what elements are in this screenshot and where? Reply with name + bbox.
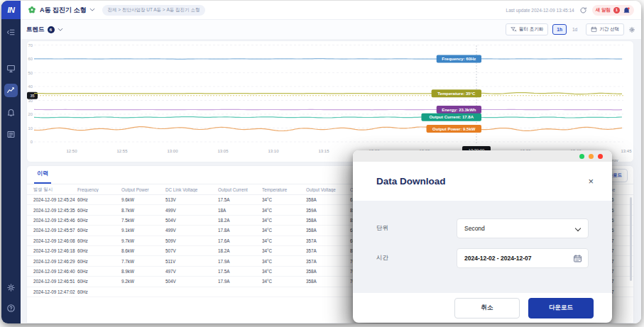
table-cell: 34°C [262, 218, 306, 223]
table-cell: 2024-12-09 12:46:40 [33, 269, 77, 274]
column-header[interactable]: Temperature [262, 187, 306, 192]
column-header[interactable]: 발생 일시 [33, 187, 77, 193]
svg-text:13:05: 13:05 [217, 149, 229, 153]
notification-pill[interactable]: 새 알림 1 [592, 5, 634, 16]
select-chevron-down-icon [575, 226, 581, 231]
top-header: A동 집진기 소형 전체 > 천안사업장 UT A동 > A동 집진기 소형 L… [21, 1, 641, 20]
table-cell: 34°C [262, 269, 306, 274]
table-cell: 17.9A [218, 279, 262, 284]
table-cell: 504V [165, 218, 218, 223]
time-label: 시간 [376, 254, 457, 262]
table-cell: 2024-12-09 12:46:18 [33, 248, 77, 253]
table-cell: 34°C [262, 238, 306, 243]
close-icon[interactable]: × [588, 177, 594, 186]
trend-chart[interactable]: 01020304050607035Frequency: 60HzTemperat… [27, 41, 633, 162]
trend-toolbar: 트렌드 6 필터 초기화 1h 1d 기간 선택 [21, 20, 641, 39]
svg-text:Energy: 23.3kWh: Energy: 23.3kWh [442, 108, 476, 112]
table-cell: 17.9A [218, 259, 262, 264]
trend-chevron-down-icon[interactable] [58, 28, 63, 32]
column-header[interactable]: Frequency [77, 187, 121, 192]
range-1h-button[interactable]: 1h [552, 24, 567, 35]
svg-text:13:10: 13:10 [268, 149, 279, 153]
table-cell: 9.1kW [121, 228, 165, 233]
window-dot-green[interactable] [579, 154, 584, 159]
table-cell: 2024-12-09 12:45:24 [33, 197, 77, 202]
monitor-icon[interactable] [4, 62, 18, 75]
window-dot-orange[interactable] [589, 154, 594, 159]
table-cell: 34°C [262, 259, 306, 264]
table-cell: 7.5kW [121, 218, 165, 223]
svg-text:Temperature: 35°C: Temperature: 35°C [437, 92, 476, 96]
report-icon[interactable] [4, 128, 18, 141]
table-cell: 60Hz [77, 218, 121, 223]
modal-window-bar [353, 150, 612, 162]
table-cell: 359A [306, 208, 350, 213]
range-1d-button[interactable]: 1d [568, 24, 582, 35]
table-cell: 60Hz [77, 228, 121, 233]
window-dot-red[interactable] [598, 154, 603, 159]
unit-select[interactable]: Second [457, 218, 589, 238]
filter-reset-button[interactable]: 필터 초기화 [506, 23, 548, 35]
collapse-sidebar-icon[interactable] [4, 26, 18, 39]
table-cell: 8.7kW [121, 208, 165, 213]
table-cell: 34°C [262, 248, 306, 253]
table-cell: 60Hz [77, 208, 121, 213]
tab-history[interactable]: 이력 [34, 170, 51, 184]
date-range-input[interactable]: 2024-12-02 - 2024-12-07 [457, 248, 589, 268]
filter-x-icon [511, 26, 517, 33]
svg-text:13:00: 13:00 [167, 149, 178, 153]
table-cell: 513V [165, 197, 218, 202]
column-header[interactable]: Output Current [218, 187, 262, 192]
last-update-text: Last update 2024-12-09 13:45:14 [506, 8, 574, 13]
trend-chart-card[interactable]: 01020304050607035Frequency: 60HzTemperat… [26, 40, 634, 162]
svg-text:0: 0 [31, 140, 33, 144]
table-cell: 17.6A [218, 238, 262, 243]
table-cell: 34°C [262, 197, 306, 202]
table-cell: 60Hz [77, 259, 121, 264]
table-cell: 357A [306, 259, 350, 264]
period-select-button[interactable]: 기간 선택 [586, 23, 624, 35]
calendar-icon [591, 26, 597, 33]
table-cell: 18.2A [218, 218, 262, 223]
column-header[interactable]: DC Link Voltage [165, 187, 218, 192]
column-header[interactable]: Output Voltage [306, 187, 350, 192]
svg-text:Output Current: 17.8A: Output Current: 17.8A [429, 115, 474, 119]
refresh-icon[interactable] [579, 6, 587, 14]
table-cell: 17.5A [218, 197, 262, 202]
table-cell: 499V [165, 228, 218, 233]
svg-text:10: 10 [28, 126, 33, 131]
trend-chart-nav-icon[interactable] [4, 84, 18, 97]
table-cell: 497V [165, 269, 218, 274]
title-chevron-down-icon[interactable] [89, 8, 95, 12]
table-scrollbar[interactable] [630, 197, 632, 281]
table-cell: 34°C [262, 228, 306, 233]
app-logo: IN [1, 1, 21, 19]
help-icon[interactable] [4, 301, 18, 315]
cancel-button[interactable]: 취소 [454, 298, 520, 318]
table-cell: 8.6kW [121, 248, 165, 253]
calendar-icon [573, 253, 582, 266]
svg-text:40: 40 [28, 84, 33, 89]
table-cell: 9.6kW [121, 197, 165, 202]
table-cell: 509V [165, 238, 218, 243]
table-cell: 2024-12-09 12:46:29 [33, 259, 77, 264]
svg-text:20: 20 [28, 112, 33, 116]
table-cell: 358A [306, 197, 350, 202]
modal-body: 단위 Second 시간 2024-12-02 - 2024-12-07 [353, 201, 612, 293]
table-cell: 511V [165, 259, 218, 264]
chart-settings-gear-icon[interactable] [628, 26, 635, 33]
download-button[interactable]: 다운로드 [528, 298, 594, 318]
table-cell: 18.2A [218, 248, 262, 253]
table-cell: 358A [306, 279, 350, 284]
table-cell: 60Hz [77, 197, 121, 202]
trend-count-badge: 6 [48, 26, 55, 33]
settings-gear-icon[interactable] [4, 281, 18, 294]
table-cell: 17.5A [218, 269, 262, 274]
data-download-modal: Data Download × 단위 Second 시간 2024-12-02 … [353, 150, 612, 323]
table-cell: 60Hz [77, 289, 121, 294]
column-header[interactable]: Output Power [121, 187, 165, 192]
trend-label: 트렌드 [26, 26, 45, 34]
table-cell: 358A [306, 218, 350, 223]
range-button-group: 1h 1d [552, 24, 582, 35]
bell-icon[interactable] [4, 106, 18, 119]
